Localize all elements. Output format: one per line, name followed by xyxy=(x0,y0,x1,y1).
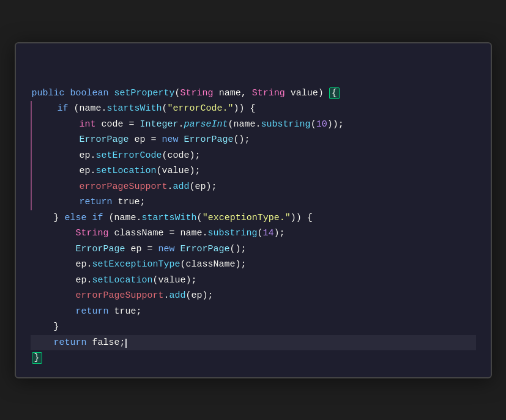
code-token: 14 xyxy=(263,228,274,238)
code-token: )); xyxy=(327,119,344,130)
code-token: int xyxy=(80,119,96,130)
code-token: setProperty xyxy=(114,88,175,98)
code-token: (name. xyxy=(103,213,142,223)
code-token: . xyxy=(179,119,184,130)
code-token: . xyxy=(168,182,173,192)
code-token: ( xyxy=(175,88,180,98)
code-line: } xyxy=(31,350,476,366)
code-token xyxy=(87,213,92,223)
code-token: (name. xyxy=(228,119,261,130)
code-token: ErrorPage xyxy=(76,244,125,254)
code-token: (name. xyxy=(69,103,107,114)
code-token: (ep); xyxy=(186,290,214,301)
code-token: } xyxy=(54,213,65,223)
code-line: ep.setLocation(value); xyxy=(31,273,476,289)
code-token: ErrorPage xyxy=(184,134,234,145)
code-token: "errorCode." xyxy=(168,103,234,114)
code-token: if xyxy=(92,213,103,223)
code-token: ep xyxy=(80,166,91,176)
code-token: substring xyxy=(208,228,258,238)
code-token: boolean xyxy=(70,88,109,98)
code-token: return xyxy=(76,306,109,317)
code-token: setLocation xyxy=(92,275,153,286)
code-token: ( xyxy=(258,228,263,238)
code-token: startsWith xyxy=(142,213,197,223)
code-token: public xyxy=(32,88,65,98)
code-token: setErrorCode xyxy=(96,150,162,161)
code-token: ErrorPage xyxy=(180,244,230,254)
code-token: ErrorPage xyxy=(80,134,129,145)
code-token: (); xyxy=(234,134,250,145)
code-line: ErrorPage ep = new ErrorPage(); xyxy=(31,241,476,257)
code-token: else xyxy=(65,213,87,223)
code-token: (value); xyxy=(157,166,201,176)
code-line: } xyxy=(31,319,476,335)
code-token: ep xyxy=(80,150,91,161)
code-token: . xyxy=(87,275,92,286)
code-token: setExceptionType xyxy=(92,259,180,270)
code-line: return false; xyxy=(31,335,476,351)
code-token: if xyxy=(58,103,69,114)
code-line: ep.setLocation(value); xyxy=(31,163,476,179)
code-line: return true; xyxy=(31,194,476,210)
code-line: errorPageSupport.add(ep); xyxy=(31,288,476,304)
code-token: ( xyxy=(311,119,316,130)
code-token: Integer xyxy=(140,119,179,130)
code-token: "exceptionType." xyxy=(203,213,291,223)
code-line: ep.setExceptionType(className); xyxy=(31,257,476,273)
code-line: ErrorPage ep = new ErrorPage(); xyxy=(31,132,476,148)
code-token: errorPageSupport xyxy=(76,290,164,301)
code-line: errorPageSupport.add(ep); xyxy=(31,179,476,195)
code-token: true; xyxy=(113,197,146,207)
code-token: 10 xyxy=(316,119,327,130)
code-token: . xyxy=(87,259,92,270)
code-token: (value); xyxy=(153,275,197,286)
code-token: ep xyxy=(76,275,87,286)
code-line: ep.setErrorCode(code); xyxy=(31,148,476,164)
code-line: if (name.startsWith("errorCode.")) { xyxy=(31,101,476,117)
code-line: return true; xyxy=(31,304,476,320)
code-token: String xyxy=(180,88,214,98)
code-token: new xyxy=(162,134,179,145)
code-token xyxy=(109,88,114,98)
code-line: int code = Integer.parseInt(name.substri… xyxy=(31,117,476,133)
highlight-token: { xyxy=(329,87,340,99)
code-token: ( xyxy=(162,103,168,114)
code-token: )) { xyxy=(291,213,313,223)
code-token: . xyxy=(164,290,169,301)
code-editor-window: public boolean setProperty(String name, … xyxy=(15,42,492,378)
code-line: public boolean setProperty(String name, … xyxy=(31,86,476,101)
code-token: setLocation xyxy=(96,166,157,176)
code-token: )) { xyxy=(234,103,256,114)
italic-token: parseInt xyxy=(184,119,228,130)
code-token: startsWith xyxy=(107,103,162,114)
code-token xyxy=(65,88,70,98)
code-token: add xyxy=(173,182,190,192)
code-token: ep = xyxy=(129,134,162,145)
code-token: ( xyxy=(197,213,203,223)
code-token: . xyxy=(91,150,96,161)
code-token: false; xyxy=(87,337,125,348)
code-token: code = xyxy=(96,119,140,130)
code-token: name, xyxy=(214,88,252,98)
code-token: } xyxy=(54,322,59,332)
code-token: ep xyxy=(76,259,87,270)
code-token: (className); xyxy=(180,259,247,270)
code-token: (); xyxy=(230,244,247,254)
code-token: (ep); xyxy=(190,182,217,192)
code-token: substring xyxy=(261,119,311,130)
code-token: . xyxy=(91,166,96,176)
code-token: return xyxy=(54,337,87,348)
code-line: String className = name.substring(14); xyxy=(31,226,476,241)
code-token: (code); xyxy=(162,150,201,161)
code-token xyxy=(175,244,180,254)
text-cursor xyxy=(125,339,127,348)
code-token xyxy=(179,134,184,145)
code-token: add xyxy=(169,290,186,301)
code-token: String xyxy=(76,228,109,238)
code-token: true; xyxy=(109,306,142,317)
code-token: String xyxy=(252,88,285,98)
code-token: className = name. xyxy=(109,228,208,238)
code-token: new xyxy=(158,244,175,254)
highlight-token: } xyxy=(32,352,42,364)
